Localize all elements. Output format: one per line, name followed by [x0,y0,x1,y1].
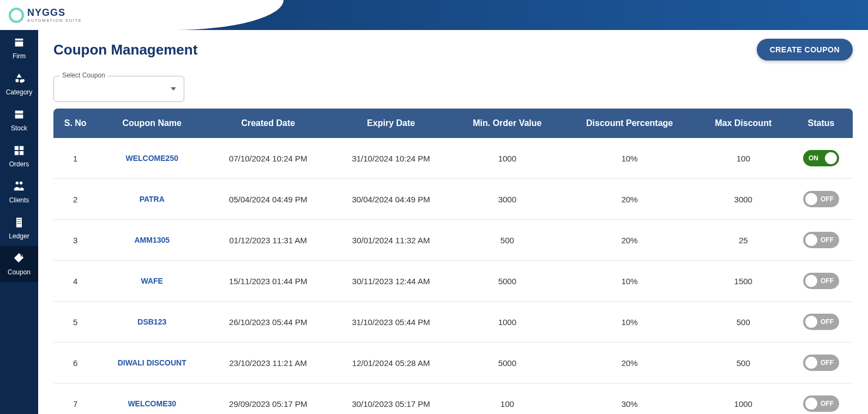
cell: 7 [53,383,97,415]
status-toggle[interactable]: OFF [803,355,839,371]
cell: 5000 [453,343,562,383]
coupon-name-link[interactable]: WELCOME30 [97,383,207,415]
sidebar-item-ledger[interactable]: Ledger [0,210,38,246]
create-coupon-button[interactable]: CREATE COUPON [757,39,853,61]
status-toggle[interactable]: OFF [803,395,839,412]
sidebar-item-coupon[interactable]: Coupon [0,246,38,282]
table-row: 3AMM130501/12/2023 11:31 AM30/01/2024 11… [53,220,853,261]
table-row: 4WAFE15/11/2023 01:44 PM30/11/2023 12:44… [53,261,853,302]
cell: 20% [562,179,697,220]
logo-ring-icon [9,8,24,23]
sidebar-item-label: Ledger [9,232,29,240]
status-toggle[interactable]: OFF [803,314,839,330]
cell: 30/04/2024 04:49 PM [329,179,452,220]
toggle-knob [805,316,817,328]
sidebar-item-label: Firm [13,52,26,60]
cell: 10% [562,261,697,302]
coupon-name-link[interactable]: DSB123 [97,302,207,343]
cell: 5000 [453,261,562,302]
col-header: Expiry Date [329,109,452,138]
svg-point-1 [21,255,22,256]
main-content: Coupon Management CREATE COUPON Select C… [38,30,868,414]
table-row: 6DIWALI DISCOUNT23/10/2023 11:21 AM12/01… [53,343,853,383]
status-toggle[interactable]: OFF [803,191,839,207]
toggle-label: OFF [821,318,834,326]
sidebar-item-label: Category [6,88,33,96]
toggle-label: OFF [821,359,834,367]
toggle-knob [825,152,837,164]
cell: 29/09/2023 05:17 PM [207,383,329,415]
table-body: 1WELCOME25007/10/2024 10:24 PM31/10/2024… [53,138,853,414]
table-row: 5DSB12326/10/2023 05:44 PM31/10/2023 05:… [53,302,853,343]
cell: 3 [53,220,97,261]
coupon-name-link[interactable]: WAFE [97,261,207,302]
cell: 10% [562,302,697,343]
col-header: Discount Percentage [562,109,697,138]
cell: 15/11/2023 01:44 PM [207,261,329,302]
cell: 12/01/2024 05:28 AM [329,343,452,383]
orders-icon [13,145,25,160]
toggle-knob [805,193,817,205]
status-cell: OFF [789,179,853,220]
status-cell: OFF [789,343,853,383]
cell: 100 [697,138,789,179]
cell: 01/12/2023 11:31 AM [207,220,329,261]
sidebar-item-stock[interactable]: Stock [0,102,38,138]
sidebar-item-category[interactable]: Category [0,66,38,102]
main-header: Coupon Management CREATE COUPON [53,39,853,61]
col-header: Status [789,109,853,138]
cell: 100 [453,383,562,415]
cell: 30/10/2023 05:17 PM [329,383,452,415]
col-header: S. No [53,109,97,138]
topbar: NYGGS AUTOMATION SUITE [0,0,868,30]
toggle-label: ON [809,154,818,162]
status-cell: ON [789,138,853,179]
sidebar-item-label: Clients [9,196,29,204]
toggle-knob [805,357,817,369]
status-cell: OFF [789,383,853,415]
cell: 30/11/2023 12:44 AM [329,261,452,302]
cell: 05/04/2024 04:49 PM [207,179,329,220]
col-header: Coupon Name [97,109,207,138]
logo[interactable]: NYGGS AUTOMATION SUITE [9,8,82,23]
coupon-name-link[interactable]: AMM1305 [97,220,207,261]
status-toggle[interactable]: OFF [803,273,839,289]
sidebar-item-label: Orders [9,160,29,168]
sidebar-item-orders[interactable]: Orders [0,138,38,174]
cell: 31/10/2023 05:44 PM [329,302,452,343]
toggle-label: OFF [821,195,834,203]
cell: 23/10/2023 11:21 AM [207,343,329,383]
cell: 500 [697,302,789,343]
cell: 31/10/2024 10:24 PM [329,138,452,179]
select-coupon-label: Select Coupon [60,71,107,79]
coupon-name-link[interactable]: WELCOME250 [97,138,207,179]
sidebar-item-clients[interactable]: Clients [0,174,38,210]
coupon-name-link[interactable]: DIWALI DISCOUNT [97,343,207,383]
firm-icon [13,37,25,52]
col-header: Min. Order Value [453,109,562,138]
toggle-knob [805,275,817,287]
cell: 20% [562,343,697,383]
status-toggle[interactable]: ON [803,150,839,166]
table-row: 2PATRA05/04/2024 04:49 PM30/04/2024 04:4… [53,179,853,220]
cell: 1000 [697,383,789,415]
sidebar: FirmCategoryStockOrdersClientsLedgerCoup… [0,30,38,414]
sidebar-item-firm[interactable]: Firm [0,30,38,66]
chevron-down-icon [171,86,176,92]
cell: 30% [562,383,697,415]
col-header: Max Discount [697,109,789,138]
status-cell: OFF [789,220,853,261]
select-coupon-dropdown[interactable] [53,76,184,102]
status-toggle[interactable]: OFF [803,232,839,248]
cell: 1500 [697,261,789,302]
cell: 3000 [697,179,789,220]
clients-icon [13,181,25,196]
cell: 1000 [453,138,562,179]
ledger-icon [13,217,25,232]
toggle-label: OFF [821,236,834,244]
cell: 1000 [453,302,562,343]
page-title: Coupon Management [53,41,197,58]
table-row: 1WELCOME25007/10/2024 10:24 PM31/10/2024… [53,138,853,179]
coupon-name-link[interactable]: PATRA [97,179,207,220]
cell: 4 [53,261,97,302]
